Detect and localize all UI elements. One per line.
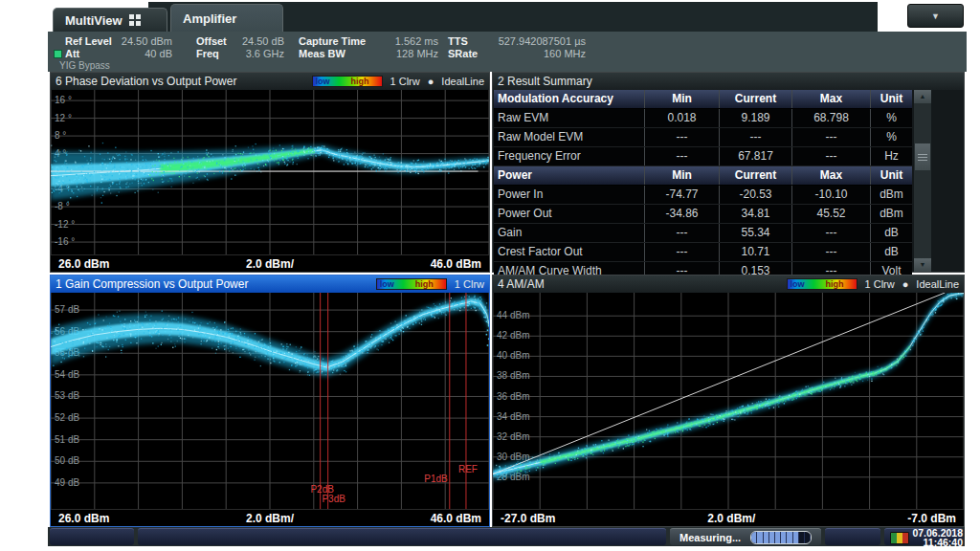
svg-text:32 dBm: 32 dBm <box>497 431 529 442</box>
meas-bw-label: Meas BW <box>299 48 345 59</box>
colorbar-high-label: high <box>351 77 369 86</box>
panel-summary-title-bar[interactable]: 2 Result Summary <box>493 73 964 90</box>
row-label: Power Out <box>494 205 644 223</box>
row-label: Power In <box>494 186 644 204</box>
status-segment <box>138 528 666 545</box>
x-axis-start: 26.0 dBm <box>58 257 109 271</box>
table-row: Power In-74.77-20.53-10.10dBm <box>494 186 912 205</box>
field-meas-bw[interactable]: Meas BW 128 MHz <box>299 48 438 59</box>
status-bar: Measuring... 07.06.2018 11:46:40 <box>48 527 965 546</box>
svg-text:P1dB: P1dB <box>424 474 448 484</box>
column-header: Unit <box>870 90 912 108</box>
svg-text:-16 °: -16 ° <box>55 236 75 247</box>
panel-gain-title-bar[interactable]: 1 Gain Compression vs Output Power low h… <box>51 276 489 293</box>
section-title: Power <box>494 166 644 185</box>
row-value: --- <box>791 224 870 242</box>
row-label: Frequency Error <box>494 147 644 165</box>
svg-text:53 dB: 53 dB <box>55 390 79 401</box>
panel-summary-title: 2 Result Summary <box>498 75 592 88</box>
svg-text:8 °: 8 ° <box>55 130 66 141</box>
status-segment <box>50 528 134 545</box>
field-srate[interactable]: SRate 160 MHz <box>448 48 586 59</box>
density-colorbar: low high <box>787 278 858 290</box>
tab-amplifier-label: Amplifier <box>183 11 236 26</box>
row-value: 10.71 <box>719 243 791 261</box>
density-colorbar: low high <box>376 278 447 290</box>
scrollbar-thumb[interactable] <box>915 143 930 170</box>
row-value: -20.53 <box>719 186 791 204</box>
colorbar-low-label: low <box>316 77 330 86</box>
tab-amplifier[interactable]: Amplifier <box>170 4 283 32</box>
ideal-line-label: IdealLine <box>916 278 959 290</box>
srate-value: 160 MHz <box>544 48 586 59</box>
svg-text:50 dB: 50 dB <box>55 455 79 466</box>
section-title: Modulation Accuracy <box>494 90 644 108</box>
capture-time-label: Capture Time <box>299 35 366 47</box>
table-scrollbar[interactable]: ▲ ▼ <box>914 90 931 272</box>
scroll-down-icon[interactable]: ▼ <box>914 258 931 272</box>
row-value: 45.52 <box>791 205 870 223</box>
row-value: --- <box>719 128 791 146</box>
column-header: Min <box>644 90 719 108</box>
svg-text:52 dB: 52 dB <box>55 412 79 423</box>
column-header: Current <box>719 90 791 108</box>
result-table: Modulation AccuracyMinCurrentMaxUnitRaw … <box>494 90 912 281</box>
svg-text:42 dBm: 42 dBm <box>497 330 529 341</box>
scroll-up-icon[interactable]: ▲ <box>914 90 931 103</box>
gain-x-axis: 26.0 dBm 2.0 dBm/ 46.0 dBm <box>51 509 489 526</box>
amam-plot[interactable]: 44 dBm42 dBm40 dBm38 dBm36 dBm34 dBm32 d… <box>493 293 964 509</box>
progress-segment <box>805 532 811 543</box>
svg-text:51 dB: 51 dB <box>55 434 79 445</box>
trace-label: 1 Clrw <box>865 278 895 290</box>
row-value: 67.817 <box>719 147 791 165</box>
phase-deviation-plot[interactable]: 16 °12 °8 °4 °0 °-4 °-8 °-12 °-16 ° <box>51 90 489 254</box>
colorbar-low-label: low <box>791 279 805 289</box>
column-header: Max <box>791 166 870 185</box>
panel-phase-title-bar[interactable]: 6 Phase Deviation vs Output Power low hi… <box>51 73 489 90</box>
ideal-line-label: IdealLine <box>441 76 484 87</box>
svg-text:44 dBm: 44 dBm <box>497 310 529 320</box>
panel-gain-compression: 1 Gain Compression vs Output Power low h… <box>50 275 490 527</box>
gain-compression-plot[interactable]: 57 dB56 dB55 dB54 dB53 dB52 dB51 dB50 dB… <box>51 293 489 509</box>
row-value: -34.86 <box>644 205 719 223</box>
field-freq[interactable]: Freq 3.6 GHz <box>196 48 284 59</box>
tts-label: TTS <box>448 35 468 47</box>
x-axis-scale: 2.0 dBm/ <box>246 257 294 271</box>
field-att[interactable]: Att 40 dB <box>65 48 172 59</box>
svg-text:36 dBm: 36 dBm <box>497 391 529 402</box>
svg-text:16 °: 16 ° <box>55 95 72 105</box>
panel-amam-title-bar[interactable]: 4 AM/AM low high 1 Clrw ● IdealLine <box>493 276 964 293</box>
tab-multiview[interactable]: MultiView <box>53 8 167 32</box>
x-axis-start: -27.0 dBm <box>501 512 555 525</box>
srate-label: SRate <box>448 48 478 59</box>
svg-text:38 dBm: 38 dBm <box>497 370 529 381</box>
instrument-screen: MultiView Amplifier ▼ Ref Level 24.50 dB… <box>48 2 967 548</box>
field-tts[interactable]: TTS 527.942087501 µs <box>448 35 586 47</box>
colorbar-high-label: high <box>826 279 844 289</box>
row-value: % <box>870 128 912 146</box>
freq-value: 3.6 GHz <box>246 48 284 59</box>
table-row: Raw EVM0.0189.18968.798% <box>494 109 912 128</box>
amam-x-axis: -27.0 dBm 2.0 dBm/ -7.0 dBm <box>493 509 964 526</box>
svg-text:54 dB: 54 dB <box>55 369 79 380</box>
table-row: Frequency Error---67.817---Hz <box>494 147 912 166</box>
row-value: --- <box>644 224 719 242</box>
svg-text:57 dB: 57 dB <box>55 304 79 315</box>
row-label: Crest Factor Out <box>494 243 644 261</box>
row-label: Gain <box>494 224 644 242</box>
table-row: Power Out-34.8634.8145.52dBm <box>494 205 912 224</box>
table-row: Crest Factor Out---10.71---dB <box>494 243 912 262</box>
measuring-label: Measuring... <box>679 532 741 543</box>
field-ref-level[interactable]: Ref Level 24.50 dBm <box>65 35 172 47</box>
field-offset[interactable]: Offset 24.50 dB <box>196 35 284 47</box>
measurement-progress-bar <box>750 531 812 544</box>
row-value: --- <box>644 243 719 261</box>
field-capture-time[interactable]: Capture Time 1.562 ms <box>299 35 438 47</box>
tab-overflow-button[interactable]: ▼ <box>907 4 964 28</box>
table-section-header: Modulation AccuracyMinCurrentMaxUnit <box>494 90 912 109</box>
panel-amam-title: 4 AM/AM <box>498 277 545 291</box>
tab-multiview-label: MultiView <box>65 13 122 28</box>
row-value: dB <box>870 243 912 261</box>
svg-text:40 dBm: 40 dBm <box>497 350 529 361</box>
panel-amam: 4 AM/AM low high 1 Clrw ● IdealLine 44 d… <box>492 275 965 527</box>
